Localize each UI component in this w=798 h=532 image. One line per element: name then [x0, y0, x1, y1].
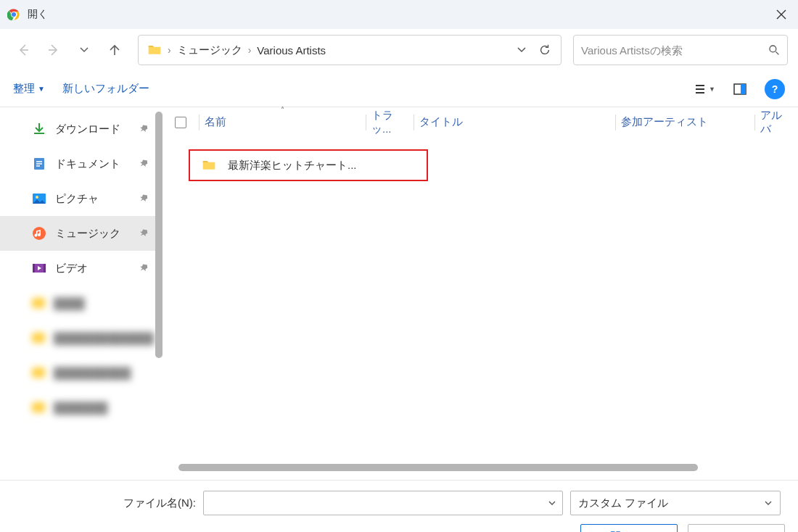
- svg-point-1: [12, 12, 16, 17]
- sidebar-item-downloads[interactable]: ダウンロード: [0, 112, 163, 146]
- column-artist[interactable]: 参加アーティスト: [615, 107, 754, 138]
- sidebar-item-label: ビデオ: [55, 262, 88, 275]
- refresh-button[interactable]: [533, 38, 556, 62]
- search-icon: [768, 44, 780, 56]
- filename-input-wrapper[interactable]: [203, 491, 563, 515]
- chrome-icon: [7, 8, 20, 21]
- file-type-select[interactable]: カスタム ファイル: [570, 491, 781, 515]
- list-view-icon: [693, 82, 707, 96]
- organize-label: 整理: [13, 82, 35, 96]
- sidebar-item-label: ピクチャ: [55, 192, 99, 206]
- address-bar[interactable]: › ミュージック › Various Artists: [138, 35, 562, 65]
- column-track[interactable]: トラッ...: [366, 107, 414, 138]
- chevron-down-icon: [79, 45, 89, 55]
- folder-icon: [202, 158, 216, 173]
- sidebar-item-label: ダウンロード: [55, 122, 120, 136]
- sidebar-item-label: ミュージック: [55, 227, 120, 241]
- forward-button[interactable]: [41, 37, 67, 63]
- sidebar-item-redacted[interactable]: █████████████: [0, 320, 163, 355]
- sort-ascending-icon: ˄: [281, 106, 284, 114]
- cancel-button-label: キャンセル: [709, 530, 764, 533]
- svg-rect-5: [741, 84, 746, 94]
- column-label: 名前: [205, 115, 226, 129]
- help-button[interactable]: ?: [765, 79, 785, 99]
- pin-icon: [139, 228, 149, 238]
- sidebar-item-redacted[interactable]: ██████████: [0, 355, 163, 390]
- horizontal-scrollbar[interactable]: [178, 464, 782, 474]
- document-icon: [32, 157, 46, 171]
- select-all-checkbox[interactable]: [163, 107, 199, 138]
- column-label: 参加アーティスト: [621, 115, 708, 129]
- video-icon: [32, 261, 46, 275]
- recent-dropdown[interactable]: [71, 37, 97, 63]
- svg-point-3: [770, 46, 776, 52]
- svg-point-8: [36, 196, 38, 199]
- download-icon: [32, 122, 46, 136]
- column-headers: ˄ 名前 トラッ... タイトル 参加アーティスト アルバ: [163, 107, 798, 138]
- column-label: タイトル: [419, 115, 463, 129]
- toolbar: 整理 ▼ 新しいフォルダー ▼ ?: [0, 71, 798, 107]
- search-box[interactable]: [573, 35, 788, 65]
- sidebar-item-redacted[interactable]: ████: [0, 286, 163, 320]
- cancel-button[interactable]: キャンセル: [688, 524, 785, 532]
- arrow-left-icon: [16, 43, 30, 57]
- folder-icon: [147, 43, 162, 57]
- pin-icon: [139, 194, 149, 204]
- pictures-icon: [32, 191, 46, 206]
- chevron-down-icon: [517, 45, 527, 55]
- pin-icon: [139, 159, 149, 169]
- help-icon: ?: [772, 83, 778, 95]
- sidebar-item-pictures[interactable]: ピクチャ: [0, 181, 163, 216]
- breadcrumb-various-artists[interactable]: Various Artists: [252, 44, 330, 57]
- up-button[interactable]: [102, 37, 128, 63]
- organize-button[interactable]: 整理 ▼: [13, 82, 45, 96]
- window-title: 開く: [28, 8, 48, 21]
- preview-pane-button[interactable]: [733, 82, 747, 96]
- sidebar-item-label: ドキュメント: [55, 157, 120, 171]
- nav-row: › ミュージック › Various Artists: [0, 29, 798, 71]
- column-label: トラッ...: [371, 109, 408, 136]
- breadcrumb-separator: ›: [166, 44, 173, 56]
- column-title[interactable]: タイトル: [414, 107, 615, 138]
- column-name[interactable]: ˄ 名前: [199, 107, 366, 138]
- svg-point-9: [33, 227, 46, 240]
- sidebar-item-music[interactable]: ミュージック: [0, 216, 163, 251]
- refresh-icon: [538, 43, 551, 57]
- navigation-sidebar: ダウンロード ドキュメント ピクチャ ミュージック ビデオ ████ █████…: [0, 107, 163, 480]
- view-button[interactable]: ▼: [693, 82, 715, 96]
- sidebar-item-documents[interactable]: ドキュメント: [0, 146, 163, 181]
- title-bar: 開く: [0, 0, 798, 29]
- filename-input[interactable]: [210, 497, 548, 510]
- close-button[interactable]: [765, 0, 798, 29]
- column-label: アルバ: [760, 109, 792, 136]
- chevron-down-icon: [764, 499, 773, 507]
- search-input[interactable]: [581, 44, 768, 57]
- filename-label: ファイル名(N):: [0, 496, 196, 510]
- open-button[interactable]: 開く(O): [580, 524, 678, 532]
- sidebar-item-videos[interactable]: ビデオ: [0, 251, 163, 286]
- preview-pane-icon: [733, 82, 747, 96]
- file-list: 最新洋楽ヒットチャート...: [163, 138, 798, 464]
- column-album[interactable]: アルバ: [754, 107, 798, 138]
- pin-icon: [139, 124, 149, 134]
- file-name: 最新洋楽ヒットチャート...: [228, 159, 357, 173]
- file-item[interactable]: 最新洋楽ヒットチャート...: [189, 149, 428, 181]
- open-button-label: 開く(O): [610, 530, 648, 533]
- music-icon: [32, 226, 46, 241]
- sidebar-item-redacted[interactable]: ███████: [0, 390, 163, 425]
- path-history-dropdown[interactable]: [510, 38, 533, 62]
- sidebar-scrollbar[interactable]: [155, 112, 163, 358]
- file-list-area: ˄ 名前 トラッ... タイトル 参加アーティスト アルバ 最新洋楽ヒットチャー…: [163, 107, 798, 480]
- svg-rect-11: [33, 264, 35, 273]
- breadcrumb-separator: ›: [247, 44, 253, 56]
- pin-icon: [139, 263, 149, 273]
- arrow-up-icon: [107, 43, 122, 57]
- back-button[interactable]: [10, 37, 36, 63]
- filename-dropdown[interactable]: [548, 499, 556, 507]
- breadcrumb-music[interactable]: ミュージック: [173, 43, 247, 57]
- dropdown-caret-icon: ▼: [38, 85, 45, 93]
- new-folder-button[interactable]: 新しいフォルダー: [62, 82, 149, 96]
- close-icon: [776, 9, 786, 20]
- dropdown-caret-icon: ▼: [709, 86, 715, 93]
- svg-rect-12: [44, 264, 46, 273]
